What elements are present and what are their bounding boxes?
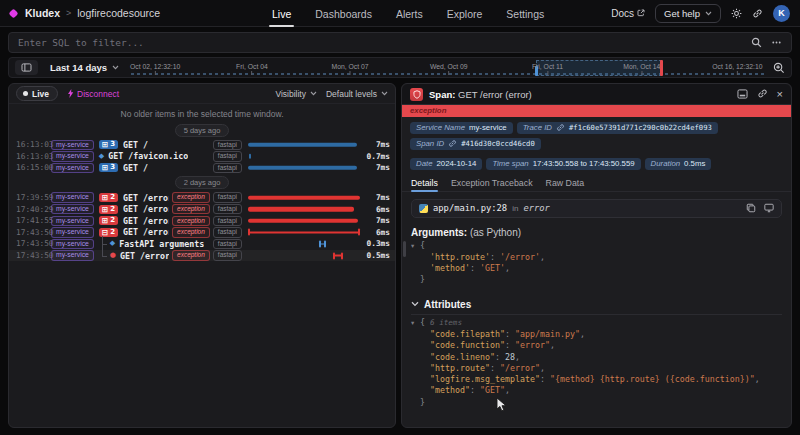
trace-row[interactable]: 16:15:00my-service⊞3GET /fastapi7ms <box>9 162 395 174</box>
toggle-sidebar-button[interactable] <box>15 60 38 75</box>
tab-alerts[interactable]: Alerts <box>396 0 423 27</box>
dock-panel-icon[interactable] <box>737 85 748 103</box>
time-range-selector[interactable]: Last 14 days <box>47 62 122 73</box>
trace-row[interactable]: 17:43:50my-service◆FastAPI argumentsfast… <box>9 238 395 250</box>
scrollbar-thumb[interactable] <box>403 241 406 257</box>
link-icon[interactable] <box>556 123 565 132</box>
zoom-in-icon[interactable] <box>773 62 785 74</box>
more-options-icon[interactable] <box>771 37 782 48</box>
sql-filter-input[interactable] <box>18 37 742 48</box>
circle-icon: ● <box>110 252 116 259</box>
disconnect-button[interactable]: Disconnect <box>67 89 119 99</box>
tab-settings[interactable]: Settings <box>506 0 544 27</box>
copy-link-icon[interactable] <box>757 85 768 103</box>
search-icon[interactable] <box>751 37 762 48</box>
main-nav-tabs: LiveDashboardsAlertsExploreSettings <box>272 0 544 27</box>
detail-tab-details[interactable]: Details <box>411 175 438 191</box>
docs-link[interactable]: Docs <box>611 8 645 19</box>
visibility-dropdown[interactable]: Visibility <box>275 89 317 99</box>
tag-fastapi: fastapi <box>213 204 242 215</box>
span-duration: 7ms <box>360 216 390 225</box>
ibeam-line <box>335 255 341 257</box>
arguments-subtitle: (as Python) <box>470 227 521 238</box>
trace-row[interactable]: 16:13:03my-service◆GET /favicon.icofasta… <box>9 151 395 163</box>
tag-exception: exception <box>172 216 210 227</box>
attributes-section-header[interactable]: Attributes <box>411 299 782 315</box>
duration-bar <box>248 195 360 200</box>
theme-toggle-icon[interactable] <box>731 8 742 19</box>
span-duration: 6ms <box>360 205 390 214</box>
meta-chip-service-name: Service Namemy-service <box>410 122 513 134</box>
levels-dropdown[interactable]: Default levels <box>326 89 388 99</box>
code-kv-line: 'method': 'GET', <box>411 263 782 274</box>
share-link-icon[interactable] <box>752 8 763 19</box>
detail-body: app/main.py:28 in error Arguments: (as <box>402 192 791 428</box>
expand-toggle[interactable]: ⊞2 <box>99 205 118 214</box>
tab-explore[interactable]: Explore <box>447 0 483 27</box>
expand-icon: ⊞ <box>102 140 108 149</box>
duration-bar-track <box>248 162 360 174</box>
code-location-sep: in <box>512 204 518 213</box>
duration-bar-track <box>248 139 360 151</box>
code-kv-line: "http.route": "/error", <box>411 363 782 374</box>
copy-icon[interactable] <box>746 199 756 217</box>
expand-icon: ⊞ <box>102 216 108 225</box>
span-timestamp: 17:41:55 <box>16 216 51 225</box>
breadcrumb-project[interactable]: logfirecodesource <box>77 7 160 19</box>
attributes-code-block: ▾{ 6 items "code.filepath": "app/main.py… <box>411 317 782 408</box>
live-status-dot <box>23 91 28 96</box>
expand-toggle[interactable]: ⊞2 <box>99 193 118 202</box>
span-timestamp: 16:15:00 <box>16 163 51 172</box>
trace-row[interactable]: 17:39:59my-service⊞2GET /errorexceptionf… <box>9 192 395 204</box>
diamond-icon: ◆ <box>110 240 115 247</box>
breadcrumb-org[interactable]: Kludex <box>25 7 60 19</box>
tab-live[interactable]: Live <box>272 0 291 27</box>
trace-row[interactable]: 17:43:50my-service●GET /error (error)exc… <box>9 250 395 262</box>
span-timestamp: 17:39:59 <box>16 193 51 202</box>
span-timestamp: 17:43:50 <box>16 239 51 248</box>
close-icon[interactable]: × <box>777 89 783 100</box>
trace-row[interactable]: 17:43:50my-service⊟2GET /errorexceptionf… <box>9 227 395 239</box>
ibeam-line <box>250 232 358 234</box>
attributes-title: Attributes <box>424 299 471 310</box>
expand-toggle[interactable]: ⊞3 <box>99 163 118 172</box>
meta-chip-span-id: Span ID#416d30c0ccd46cd0 <box>410 138 541 150</box>
detail-tab-exception-traceback[interactable]: Exception Traceback <box>451 175 533 191</box>
timeline-tick-mark <box>251 71 252 75</box>
expand-toggle[interactable]: ⊞2 <box>99 216 118 225</box>
detail-tabs: DetailsException TracebackRaw Data <box>402 175 791 192</box>
span-meta-chips: Service Namemy-serviceTrace ID#f1c60e573… <box>402 117 791 173</box>
duration-bar <box>248 143 357 148</box>
arguments-code-block: ▾{ 'http.route': '/error', 'method': 'GE… <box>411 240 782 286</box>
trace-row[interactable]: 16:13:03my-service⊞3GET /fastapi7ms <box>9 139 395 151</box>
span-name: FastAPI arguments <box>119 239 204 249</box>
detail-tab-raw-data[interactable]: Raw Data <box>546 175 585 191</box>
link-icon[interactable] <box>448 139 457 148</box>
time-divider: 2 days ago <box>9 174 395 192</box>
expand-toggle[interactable]: ⊞3 <box>99 140 118 149</box>
code-kv-line: "logfire.msg_template": "{method} {http.… <box>411 374 782 385</box>
child-count: 3 <box>110 163 115 172</box>
live-view-panel: Live Disconnect Visibility Default level… <box>8 83 396 428</box>
code-location-actions <box>746 199 774 217</box>
external-link-icon <box>637 9 645 17</box>
logfire-logo-icon <box>9 8 19 18</box>
trace-row[interactable]: 17:41:55my-service⊞2GET /errorexceptionf… <box>9 215 395 227</box>
chip-value: 2024-10-14 <box>436 159 476 168</box>
code-open-line: ▾{ 6 items <box>411 317 782 329</box>
tab-dashboards[interactable]: Dashboards <box>315 0 372 27</box>
child-count: 2 <box>110 228 115 237</box>
timeline-tick-label: Fri, Oct 11 <box>532 63 563 70</box>
user-avatar[interactable]: K <box>773 5 790 22</box>
span-title: Span: GET /error (error) <box>429 89 532 100</box>
span-duration: 0.5ms <box>360 251 390 260</box>
view-source-icon[interactable] <box>764 199 774 217</box>
get-help-button[interactable]: Get help <box>655 4 721 23</box>
live-toggle[interactable]: Live <box>16 86 58 101</box>
chevron-down-icon <box>112 65 119 70</box>
timeline-tick-label: Wed, Oct 09 <box>430 63 468 70</box>
timeline[interactable]: Oct 02, 12:32:10Fri, Oct 04Mon, Oct 07We… <box>131 58 764 77</box>
trace-row[interactable]: 17:40:29my-service⊞2GET /errorexceptionf… <box>9 203 395 215</box>
span-duration: 7ms <box>360 163 390 172</box>
duration-bar-track <box>248 203 360 215</box>
